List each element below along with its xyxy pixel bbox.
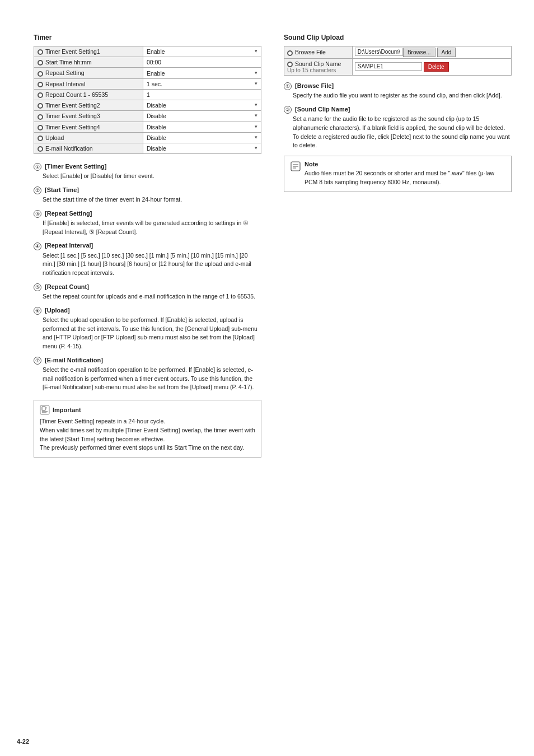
desc-text: Select [Enable] or [Disable] for timer e… [43,172,261,181]
row-icon [38,92,43,98]
row-icon [38,82,43,87]
timer-row-value[interactable]: Disable▾ [143,100,261,111]
timer-row-label: Repeat Interval [34,78,143,89]
row-icon [38,146,43,152]
desc-text: If [Enable] is selected, timer events wi… [43,219,261,237]
dropdown-arrow-icon[interactable]: ▾ [255,124,257,129]
desc-number: ① [34,163,41,171]
row-icon [38,114,43,120]
browse-button[interactable]: Browse... [403,48,435,57]
description-item: ⑥ [Upload]Select the upload operation to… [34,307,261,351]
timer-row-label: Timer Event Setting2 [34,100,143,111]
important-line: [Timer Event Setting] repeats in a 24-ho… [40,417,255,426]
desc-heading: [Upload] [43,307,70,314]
timer-row-value[interactable]: 1 sec.▾ [143,78,261,89]
timer-row-label: Repeat Count 1 - 65535 [34,89,143,100]
important-line: When valid times set by multiple [Timer … [40,426,255,444]
description-item: ④ [Repeat Interval]Select [1 sec.] [5 se… [34,242,261,277]
desc-text: Select the e-mail notification operation… [43,366,261,392]
important-text: [Timer Event Setting] repeats in a 24-ho… [40,417,255,452]
right-descriptions: ① [Browse File]Specify the audio file yo… [284,82,512,150]
svg-text:!: ! [46,407,47,410]
timer-row-value: 1 [143,89,261,100]
desc-number: ② [284,106,292,114]
desc-number: ⑦ [34,357,41,365]
timer-row-value[interactable]: Disable▾ [143,132,261,143]
desc-text: Set a name for the audio file to be regi… [293,115,512,150]
timer-settings-table: Timer Event Setting1Enable▾Start Time hh… [34,46,261,154]
sound-row-label: Browse File [284,46,353,59]
dropdown-arrow-icon[interactable]: ▾ [255,70,257,76]
dropdown-arrow-icon[interactable]: ▾ [255,134,257,140]
note-box: Note Audio files must be 20 seconds or s… [284,156,512,192]
description-item: ③ [Repeat Setting]If [Enable] is selecte… [34,210,261,237]
desc-heading: [Repeat Count] [43,283,89,290]
page-number: 4-22 [17,738,29,745]
sound-table-row: Browse FileD:\Users\Docum\Browse... Add [284,46,512,59]
timer-table-row: Repeat Count 1 - 655351 [34,89,261,100]
row-icon [38,60,43,66]
dropdown-arrow-icon[interactable]: ▾ [255,145,257,151]
desc-heading: [E-mail Notification] [43,357,103,363]
browse-file-input[interactable]: D:\Users\Docum\ [355,48,403,56]
page-footer: 4-22 [17,738,29,745]
sound-row-sublabel: Up to 15 characters [287,67,349,73]
dropdown-arrow-icon[interactable]: ▾ [255,113,257,118]
row-icon [38,71,43,77]
desc-number: ② [34,186,41,194]
sound-clip-name-input[interactable]: SAMPLE1 [355,62,422,71]
timer-table-row: Timer Event Setting4Disable▾ [34,122,261,132]
row-icon [38,49,43,55]
desc-text: Set the repeat count for uploads and e-m… [43,292,261,301]
timer-table-row: E-mail NotificationDisable▾ [34,143,261,153]
desc-text: Set the start time of the timer event in… [43,195,261,204]
timer-row-value[interactable]: Disable▾ [143,122,261,132]
desc-heading: [Repeat Setting] [43,210,92,217]
delete-button[interactable]: Delete [424,62,449,72]
timer-row-label: Timer Event Setting4 [34,122,143,132]
left-column: Timer Timer Event Setting1Enable▾Start T… [34,34,261,458]
desc-number: ⑤ [34,283,41,291]
timer-table-row: Repeat SettingEnable▾ [34,68,261,78]
timer-row-value[interactable]: Enable▾ [143,68,261,78]
desc-number: ① [284,82,292,90]
sound-row-value: SAMPLE1 Delete [352,59,511,76]
note-icon [290,161,301,172]
note-header: Note [305,161,505,167]
desc-text: Select [1 sec.] [5 sec.] [10 sec.] [30 s… [43,251,261,278]
timer-row-label: Start Time hh:mm [34,57,143,68]
desc-heading: [Start Time] [43,186,79,193]
timer-table-row: Timer Event Setting2Disable▾ [34,100,261,111]
row-icon [287,62,293,67]
timer-row-value[interactable]: Disable▾ [143,111,261,122]
dropdown-arrow-icon[interactable]: ▾ [255,81,257,86]
desc-text: Specify the audio file you want to regis… [293,91,512,100]
sound-clip-section-title: Sound Clip Upload [284,34,512,41]
sound-table-row: Sound Clip NameUp to 15 charactersSAMPLE… [284,59,512,76]
timer-row-label: Timer Event Setting3 [34,111,143,122]
timer-table-row: Timer Event Setting1Enable▾ [34,46,261,57]
dropdown-arrow-icon[interactable]: ▾ [255,48,257,54]
svg-rect-1 [42,407,45,410]
add-button[interactable]: Add [437,48,456,57]
dropdown-arrow-icon[interactable]: ▾ [255,102,257,108]
description-item: ② [Start Time]Set the start time of the … [34,186,261,204]
description-item: ⑦ [E-mail Notification]Select the e-mail… [34,357,261,392]
desc-text: Select the upload operation to be perfor… [43,316,261,351]
timer-row-value[interactable]: Enable▾ [143,46,261,57]
description-item: ② [Sound Clip Name]Set a name for the au… [284,106,512,150]
right-column: Sound Clip Upload Browse FileD:\Users\Do… [284,34,512,458]
timer-table-row: Repeat Interval1 sec.▾ [34,78,261,89]
timer-table-row: UploadDisable▾ [34,132,261,143]
left-descriptions: ① [Timer Event Setting]Select [Enable] o… [34,163,261,392]
desc-number: ③ [34,210,41,218]
sound-row-label: Sound Clip NameUp to 15 characters [284,59,353,76]
timer-row-value[interactable]: Disable▾ [143,143,261,153]
important-icon: ! [40,405,50,415]
sound-row-value: D:\Users\Docum\Browse... Add [352,46,511,59]
desc-heading: [Browse File] [293,82,334,89]
note-text: Audio files must be 20 seconds or shorte… [305,169,505,187]
row-icon [287,50,293,56]
timer-row-label: Timer Event Setting1 [34,46,143,57]
important-label: Important [53,407,81,413]
